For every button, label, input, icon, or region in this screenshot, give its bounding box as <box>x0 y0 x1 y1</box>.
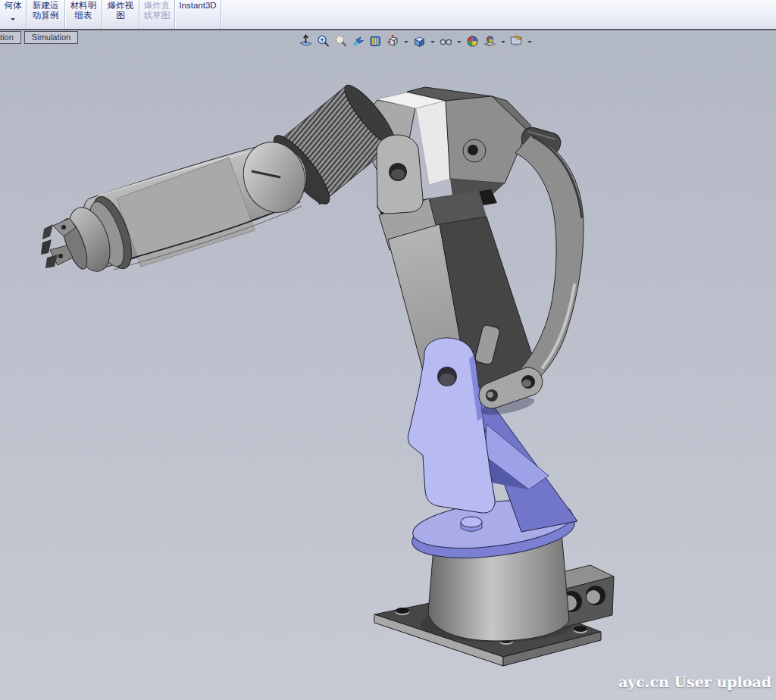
view-settings-icon[interactable] <box>509 34 524 48</box>
zoom-in-out-icon[interactable] <box>333 34 348 48</box>
cmd-button-instant3d[interactable]: Instant3D <box>175 0 221 29</box>
cmd-button-exploded-view[interactable]: 爆炸视 图 <box>102 0 139 29</box>
collar-boss <box>461 517 482 532</box>
display-style-icon[interactable] <box>412 34 427 48</box>
zoom-to-fit-icon[interactable] <box>299 34 313 48</box>
cmd-button-label: 何体 <box>5 1 22 11</box>
cmd-button-bill-of-materials[interactable]: 材料明 细表 <box>65 0 102 29</box>
cmd-button-reference-geometry[interactable]: 何体 <box>0 0 26 29</box>
dropdown-arrow-icon[interactable] <box>457 41 462 45</box>
toolbar-separator <box>221 0 221 29</box>
3d-viewport[interactable] <box>0 0 776 700</box>
clevis-lobe[interactable] <box>377 135 423 214</box>
tab-simulation[interactable]: Simulation <box>24 31 78 44</box>
dropdown-arrow-icon[interactable] <box>527 41 532 45</box>
dropdown-arrow-icon[interactable] <box>501 41 505 45</box>
command-manager-bar: 何体 新建运 动算例 材料明 细表 爆炸视 图 爆炸直 线草图 Instant3… <box>0 0 776 30</box>
watermark-text: ayc.cn User upload <box>618 673 771 690</box>
edit-appearance-icon[interactable] <box>465 34 480 48</box>
cmd-button-new-motion-study[interactable]: 新建运 动算例 <box>27 0 64 29</box>
dropdown-arrow-icon[interactable] <box>430 41 435 45</box>
apply-scene-icon[interactable] <box>483 34 497 48</box>
command-manager-tabs: ation Simulation <box>0 31 78 45</box>
previous-view-icon[interactable] <box>351 34 365 48</box>
tab-animation[interactable]: ation <box>0 31 21 44</box>
cmd-button-explode-line-sketch: 爆炸直 线草图 <box>139 0 174 29</box>
dropdown-arrow-icon[interactable] <box>404 41 408 45</box>
view-orientation-icon[interactable] <box>386 34 400 48</box>
heads-up-view-toolbar <box>299 34 533 48</box>
hide-show-items-icon[interactable] <box>439 34 453 48</box>
zoom-to-area-icon[interactable] <box>316 34 330 48</box>
dropdown-arrow-icon <box>11 18 15 23</box>
section-view-icon[interactable] <box>368 34 383 48</box>
